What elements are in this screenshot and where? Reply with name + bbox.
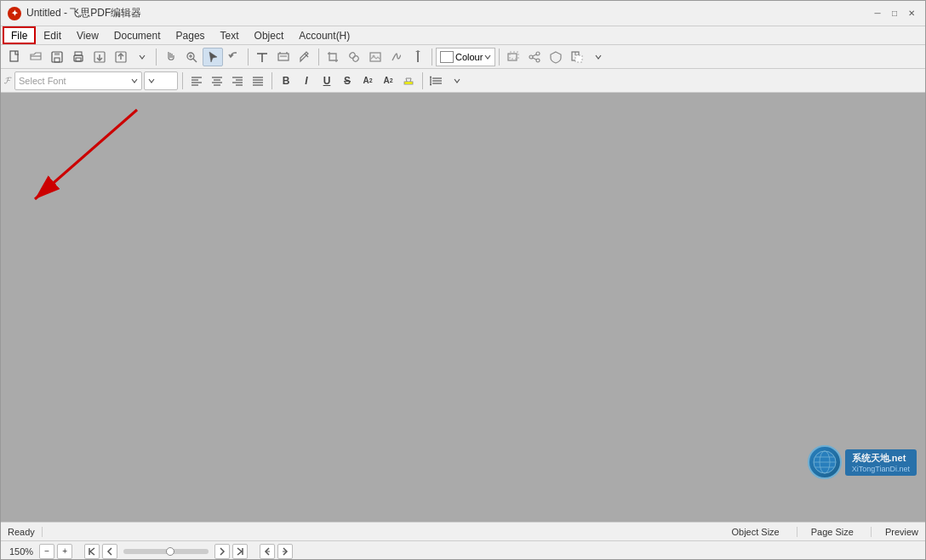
first-page-button[interactable] xyxy=(84,544,100,559)
forward-button[interactable] xyxy=(277,544,293,559)
svg-rect-22 xyxy=(370,53,380,61)
text-tool-button[interactable] xyxy=(252,48,272,66)
svg-line-12 xyxy=(193,59,197,62)
status-ready: Ready xyxy=(8,527,43,537)
underline-button[interactable]: U xyxy=(317,71,336,90)
prev-page-icon xyxy=(106,547,114,556)
zoom-in-button[interactable]: + xyxy=(57,544,72,559)
title-bar: ✦ Untitled - 飞思PDF编辑器 ─ □ ✕ xyxy=(1,1,925,26)
text-box-button[interactable] xyxy=(273,48,294,66)
zoom-out-button[interactable]: − xyxy=(39,544,54,559)
open-button[interactable] xyxy=(26,48,46,66)
menu-text[interactable]: Text xyxy=(213,26,247,44)
last-page-button[interactable] xyxy=(232,544,248,559)
crop-button[interactable] xyxy=(323,48,343,66)
app-icon: ✦ xyxy=(8,7,21,20)
paragraph-spacing-icon xyxy=(430,75,443,87)
font-selector[interactable]: Select Font xyxy=(14,71,142,90)
align-left-button[interactable] xyxy=(187,71,206,90)
separator-4 xyxy=(432,49,432,66)
align-center-button[interactable] xyxy=(208,71,226,90)
nav-bar: 150% − + xyxy=(1,540,925,560)
menu-object[interactable]: Object xyxy=(247,26,292,44)
svg-point-30 xyxy=(536,59,540,62)
maximize-button[interactable]: □ xyxy=(888,7,901,20)
font-size-dropdown-icon xyxy=(148,77,155,84)
zoom-button[interactable] xyxy=(181,48,202,66)
font-dropdown-icon xyxy=(131,77,138,84)
font-size-selector[interactable] xyxy=(144,71,178,90)
export2-button[interactable] xyxy=(503,48,523,66)
svg-rect-34 xyxy=(575,55,582,62)
svg-line-31 xyxy=(533,54,536,56)
close-button[interactable]: ✕ xyxy=(905,7,918,20)
slider-thumb xyxy=(166,547,174,556)
watermark: 系统天地.net XiTongTianDi.net xyxy=(808,445,917,479)
annotation-arrow xyxy=(9,101,180,246)
canvas-area: 系统天地.net XiTongTianDi.net xyxy=(1,93,925,522)
window-controls: ─ □ ✕ xyxy=(871,7,918,20)
align-justify-icon xyxy=(252,75,264,87)
hand-tool-button[interactable] xyxy=(160,48,180,66)
para-dropdown-button[interactable] xyxy=(448,71,466,90)
italic-label: I xyxy=(305,75,307,87)
tools-dropdown[interactable] xyxy=(588,48,609,66)
watermark-subtext: XiTongTianDi.net xyxy=(852,465,910,473)
align-justify-button[interactable] xyxy=(249,71,267,90)
superscript-button[interactable]: A2 xyxy=(358,71,377,90)
next-page-button[interactable] xyxy=(214,544,230,559)
menu-edit[interactable]: Edit xyxy=(36,26,69,44)
zoom-level: 150% xyxy=(6,546,37,557)
back-button[interactable] xyxy=(260,544,275,559)
text-edit-button[interactable] xyxy=(294,48,315,66)
colour-button[interactable]: Colour xyxy=(436,48,495,66)
next-page-icon xyxy=(218,547,226,556)
menu-pages[interactable]: Pages xyxy=(169,26,213,44)
share-button[interactable] xyxy=(524,48,545,66)
forward-icon xyxy=(281,547,289,556)
page-slider[interactable] xyxy=(123,549,209,554)
align-left-icon xyxy=(191,75,203,87)
protect-button[interactable] xyxy=(546,48,566,66)
underline-label: U xyxy=(323,75,331,87)
object-size-label: Object Size xyxy=(731,527,779,537)
sign-button[interactable] xyxy=(386,48,407,66)
preview-label: Preview xyxy=(871,527,918,537)
menu-bar: File Edit View Document Pages Text Objec… xyxy=(1,26,925,45)
menu-file[interactable]: File xyxy=(3,26,36,44)
app-title: Untitled - 飞思PDF编辑器 xyxy=(26,6,141,20)
save-button[interactable] xyxy=(47,48,67,66)
prev-page-button[interactable] xyxy=(102,544,117,559)
svg-marker-25 xyxy=(415,50,420,52)
import-button[interactable] xyxy=(89,48,110,66)
new-button[interactable] xyxy=(4,48,25,66)
convert-button[interactable] xyxy=(567,48,587,66)
font-placeholder: Select Font xyxy=(19,76,66,86)
menu-account[interactable]: Account(H) xyxy=(291,26,357,44)
select-button[interactable] xyxy=(203,48,223,66)
pen-button[interactable] xyxy=(408,48,428,66)
highlight-button[interactable] xyxy=(399,71,418,90)
bold-label: B xyxy=(283,75,290,87)
font-icon: 𝓕 xyxy=(4,75,11,86)
italic-button[interactable]: I xyxy=(297,71,316,90)
menu-view[interactable]: View xyxy=(69,26,106,44)
menu-document[interactable]: Document xyxy=(106,26,169,44)
export-button[interactable] xyxy=(111,48,131,66)
minimize-button[interactable]: ─ xyxy=(871,7,884,20)
strikethrough-button[interactable]: S xyxy=(338,71,357,90)
print-button[interactable] xyxy=(68,48,89,66)
status-bar: Ready Object Size Page Size Preview xyxy=(1,522,925,540)
align-right-button[interactable] xyxy=(228,71,247,90)
subscript-button[interactable]: A2 xyxy=(379,71,397,90)
toolbar-formatting: 𝓕 Select Font B I xyxy=(1,69,925,93)
highlight-icon xyxy=(403,75,414,87)
paragraph-spacing-button[interactable] xyxy=(427,71,446,90)
export-dropdown[interactable] xyxy=(132,48,152,66)
link-button[interactable] xyxy=(344,48,364,66)
bold-button[interactable]: B xyxy=(277,71,295,90)
svg-point-28 xyxy=(536,52,540,55)
undo-button[interactable] xyxy=(224,48,244,66)
svg-rect-17 xyxy=(278,54,289,60)
image-button[interactable] xyxy=(365,48,386,66)
